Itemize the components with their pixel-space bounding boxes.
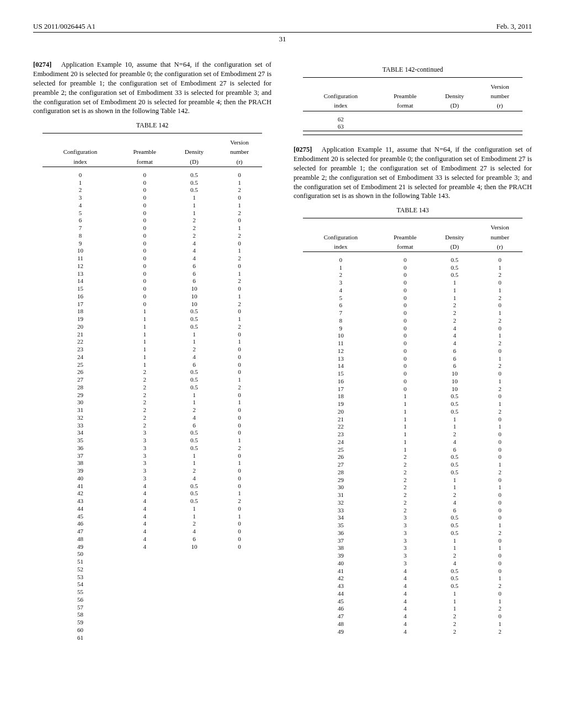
- table-cell: 2: [477, 271, 522, 279]
- table-cell: 2: [217, 277, 262, 285]
- table-cell: 1: [217, 247, 262, 255]
- table-cell: 10: [432, 386, 478, 393]
- table-row: 45411: [42, 513, 262, 521]
- table-cell: 1: [432, 287, 478, 295]
- table-row: 4240.51: [303, 575, 522, 582]
- table-cell: 2: [432, 309, 478, 317]
- table-cell: 0: [118, 247, 172, 255]
- table-cell: 44: [42, 505, 118, 513]
- table-cell: 10: [172, 285, 217, 293]
- table-row: 4340.52: [303, 582, 522, 590]
- table-cell: 0: [477, 477, 522, 484]
- table-cell: 2: [118, 368, 172, 376]
- table-row: 39320: [42, 467, 262, 475]
- table-row: 3630.52: [42, 445, 262, 452]
- table-row: 50: [42, 550, 262, 558]
- table-cell: 0: [379, 256, 432, 264]
- table-cell: [118, 619, 172, 627]
- table-row: 6020: [303, 302, 522, 309]
- table-cell: [118, 574, 172, 581]
- table-row: 3010: [42, 194, 262, 202]
- table-cell: 2: [118, 414, 172, 422]
- table-row: 31220: [303, 491, 522, 499]
- table-cell: 2: [379, 491, 432, 499]
- table-cell: [217, 581, 262, 588]
- table-cell: 13: [303, 355, 378, 363]
- table-cell: 0.5: [432, 582, 478, 590]
- table-cell: 1: [477, 522, 522, 529]
- table-cell: 1: [172, 331, 217, 339]
- col1-header-a: Configuration: [303, 92, 378, 101]
- table-row: 1810.50: [42, 308, 262, 315]
- table-cell: 2: [172, 346, 217, 354]
- table-cell: [172, 604, 217, 612]
- table-cell: 45: [303, 598, 378, 606]
- table-cell: 0.5: [172, 315, 217, 323]
- table-cell: 0.5: [432, 461, 478, 469]
- table-cell: [477, 116, 522, 124]
- table-cell: 0: [118, 232, 172, 240]
- table-cell: 2: [379, 469, 432, 477]
- table-cell: [217, 611, 262, 619]
- table-cell: 2: [303, 271, 378, 279]
- table-cell: 2: [217, 445, 262, 452]
- table-cell: 1: [118, 315, 172, 323]
- table-cell: 10: [42, 247, 118, 255]
- col2-header-b: format: [379, 242, 432, 252]
- table-cell: 6: [172, 270, 217, 278]
- table-cell: 6: [432, 446, 478, 454]
- table-cell: [172, 596, 217, 604]
- table-row: 1910.51: [42, 315, 262, 323]
- table-cell: 0: [217, 217, 262, 224]
- table-row: 13061: [42, 270, 262, 278]
- table-row: 1810.50: [303, 393, 522, 400]
- table-cell: [217, 596, 262, 604]
- table-row: 100.51: [303, 264, 522, 272]
- table-cell: 3: [379, 560, 432, 568]
- table-cell: 0: [379, 302, 432, 309]
- table-row: 48460: [42, 536, 262, 543]
- table-cell: 1: [477, 264, 522, 272]
- table-cell: 0: [118, 293, 172, 301]
- right-column: TABLE 142-continued Version Configuratio…: [294, 60, 532, 641]
- table-cell: 0: [118, 210, 172, 217]
- col4-header-b: number: [217, 147, 262, 157]
- table-row: 62: [303, 116, 522, 124]
- table-cell: 0: [217, 422, 262, 430]
- publication-date: Feb. 3, 2011: [496, 22, 532, 31]
- table-row: 2010.52: [42, 323, 262, 331]
- table-cell: 0: [118, 285, 172, 293]
- table-row: 170102: [303, 386, 522, 393]
- table-cell: 0: [477, 431, 522, 438]
- table-cell: 6: [42, 217, 118, 224]
- table-cell: 52: [42, 566, 118, 574]
- table-cell: 2: [379, 484, 432, 491]
- table-row: 3630.52: [303, 529, 522, 537]
- table-cell: 1: [477, 423, 522, 431]
- table-cell: 61: [42, 634, 118, 642]
- table-cell: 2: [379, 507, 432, 515]
- table-cell: 1: [172, 210, 217, 217]
- table-row: 3010: [303, 279, 522, 287]
- table-cell: 0: [379, 355, 432, 363]
- table-row: 150100: [303, 370, 522, 378]
- table-row: 14062: [42, 277, 262, 285]
- table-cell: 6: [172, 263, 217, 270]
- table-row: 22111: [303, 423, 522, 431]
- table-cell: 0.5: [172, 179, 217, 187]
- table-cell: 0: [217, 520, 262, 528]
- table-cell: 0: [217, 368, 262, 376]
- table-cell: 1: [432, 590, 478, 598]
- table-cell: [217, 566, 262, 574]
- table-cell: 3: [379, 529, 432, 537]
- table-cell: 4: [379, 582, 432, 590]
- table-row: 1910.51: [303, 400, 522, 408]
- table-cell: [217, 558, 262, 566]
- table-cell: 56: [42, 596, 118, 604]
- table-cell: 0: [379, 378, 432, 386]
- col3-header-b: (D): [432, 101, 478, 111]
- table-cell: 1: [379, 446, 432, 454]
- table-cell: 2: [477, 628, 522, 636]
- table-cell: 0.5: [432, 469, 478, 477]
- table-cell: 2: [118, 406, 172, 414]
